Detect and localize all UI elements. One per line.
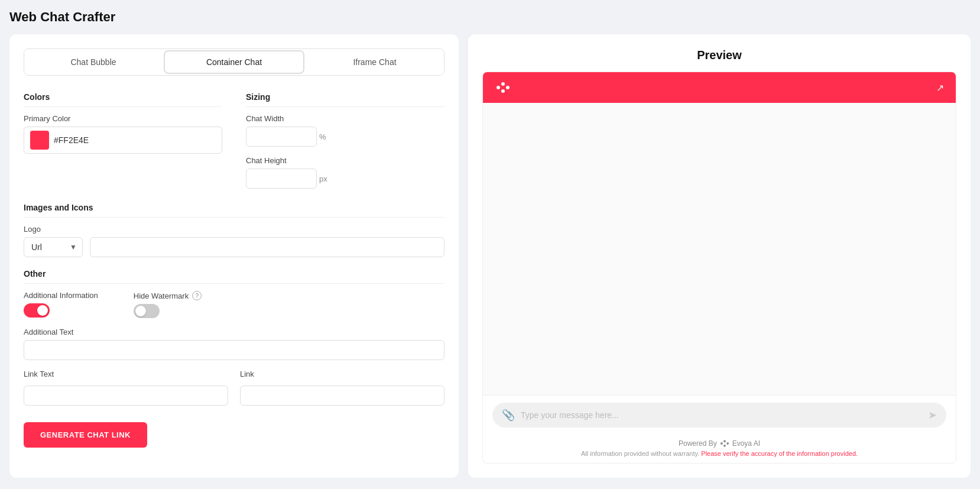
svg-point-4 — [721, 442, 723, 445]
logo-row: Url File ▼ https://i.postimg.cc/HrYyHg87… — [24, 237, 444, 257]
chat-height-input[interactable]: 600 — [246, 169, 317, 189]
chat-input-area: 📎 Type your message here... ➤ — [483, 395, 956, 435]
svg-point-0 — [497, 86, 500, 89]
other-header: Other — [24, 269, 444, 284]
link-row: Link Text Link — [24, 370, 444, 406]
colors-col: Colors Primary Color #FF2E4E — [24, 92, 222, 189]
link-text-label: Link Text — [24, 370, 228, 378]
toggle-row: Additional Information Hide Watermark ? — [24, 291, 444, 318]
link-text-input[interactable] — [24, 386, 228, 406]
colors-header: Colors — [24, 92, 222, 107]
chat-header: ↗ — [483, 72, 956, 103]
svg-point-3 — [501, 89, 505, 93]
toggle-knob-on — [37, 305, 48, 316]
chat-logo — [495, 82, 511, 93]
additional-info-label: Additional Information — [24, 291, 98, 300]
powered-by: Powered By Evoya AI — [483, 435, 956, 450]
svg-point-7 — [723, 445, 726, 447]
primary-color-label: Primary Color — [24, 114, 222, 123]
additional-text-label: Additional Text — [24, 328, 444, 336]
chat-width-label: Chat Width — [246, 114, 444, 123]
evoya-logo-icon — [495, 82, 511, 93]
chat-width-input[interactable]: 100 — [246, 127, 317, 147]
chat-input-placeholder[interactable]: Type your message here... — [521, 410, 922, 420]
disclaimer: All information provided without warrant… — [483, 450, 956, 463]
powered-by-text: Powered By — [679, 439, 717, 448]
svg-point-1 — [501, 82, 505, 86]
generate-chat-link-button[interactable]: GENERATE CHAT LINK — [24, 422, 147, 448]
logo-type-select-wrap[interactable]: Url File ▼ — [24, 237, 83, 257]
evoya-small-logo-icon — [719, 439, 730, 448]
sizing-col: Sizing Chat Width 100 % Chat Height 600 … — [246, 92, 444, 189]
send-icon[interactable]: ➤ — [928, 409, 937, 422]
powered-by-brand: Evoya AI — [732, 439, 760, 448]
disclaimer-link[interactable]: Please verify the accuracy of the inform… — [701, 450, 858, 457]
chat-height-label: Chat Height — [246, 156, 444, 165]
hide-watermark-group: Hide Watermark ? — [134, 291, 202, 318]
link-text-col: Link Text — [24, 370, 228, 406]
primary-color-input-wrap[interactable]: #FF2E4E — [24, 127, 222, 154]
right-panel: Preview ↗ 📎 Type your mess — [468, 34, 971, 478]
chat-height-unit: px — [319, 174, 327, 183]
primary-color-value: #FF2E4E — [54, 135, 89, 145]
images-section: Images and Icons Logo Url File ▼ https:/… — [24, 203, 444, 257]
toggle-knob-off — [135, 306, 146, 316]
link-input[interactable] — [240, 386, 444, 406]
link-col: Link — [240, 370, 444, 406]
hide-watermark-label: Hide Watermark — [134, 292, 189, 300]
left-panel: Chat Bubble Container Chat Iframe Chat C… — [9, 34, 459, 478]
additional-info-toggle[interactable] — [24, 303, 50, 318]
tab-container-chat[interactable]: Container Chat — [164, 50, 304, 74]
chat-width-unit: % — [319, 132, 326, 141]
hide-watermark-toggle[interactable] — [134, 304, 160, 318]
preview-title: Preview — [482, 48, 956, 62]
chat-preview: ↗ 📎 Type your message here... ➤ Powered … — [482, 72, 956, 464]
color-swatch[interactable] — [30, 131, 49, 150]
svg-point-6 — [726, 442, 729, 445]
images-header: Images and Icons — [24, 203, 444, 218]
chat-input-row: 📎 Type your message here... ➤ — [492, 403, 946, 428]
app-title: Web Chat Crafter — [9, 9, 971, 25]
additional-text-input[interactable] — [24, 340, 444, 360]
tab-iframe-chat[interactable]: Iframe Chat — [306, 49, 444, 75]
logo-type-select[interactable]: Url File — [24, 237, 83, 257]
svg-point-2 — [506, 86, 510, 89]
logo-label: Logo — [24, 225, 444, 234]
tab-bar: Chat Bubble Container Chat Iframe Chat — [24, 48, 444, 76]
additional-info-group: Additional Information — [24, 291, 98, 318]
sizing-header: Sizing — [246, 92, 444, 107]
expand-icon[interactable]: ↗ — [936, 82, 944, 93]
svg-point-5 — [723, 440, 726, 442]
tab-chat-bubble[interactable]: Chat Bubble — [24, 49, 163, 75]
info-icon[interactable]: ? — [192, 291, 202, 300]
chat-body — [483, 103, 956, 395]
other-section: Other Additional Information Hide Waterm… — [24, 269, 444, 406]
link-label: Link — [240, 370, 444, 378]
logo-url-input[interactable]: https://i.postimg.cc/HrYyHg87/evoya-whit… — [90, 237, 444, 257]
attach-icon[interactable]: 📎 — [502, 409, 515, 422]
